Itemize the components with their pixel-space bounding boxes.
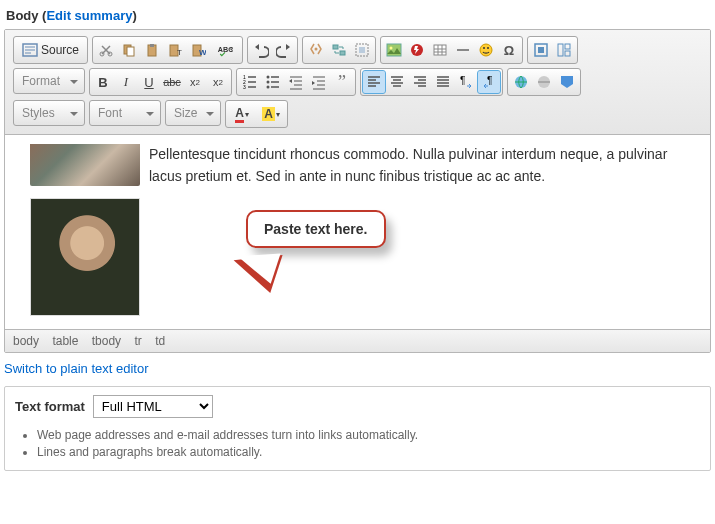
italic-icon[interactable]: I xyxy=(115,71,137,93)
toolbar: Source T W ABC xyxy=(5,30,710,135)
table-icon[interactable] xyxy=(429,39,451,61)
edit-summary-link[interactable]: Edit summary xyxy=(46,8,132,23)
path-table[interactable]: table xyxy=(52,334,78,348)
smiley-icon[interactable] xyxy=(475,39,497,61)
align-right-icon[interactable] xyxy=(409,71,431,93)
body-label: Body (Edit summary) xyxy=(6,8,711,23)
text-format-label: Text format xyxy=(15,399,85,414)
svg-point-23 xyxy=(483,47,485,49)
hr-icon[interactable] xyxy=(452,39,474,61)
rtl-icon[interactable]: ¶ xyxy=(478,71,500,93)
svg-point-18 xyxy=(390,47,393,50)
svg-point-35 xyxy=(267,86,270,89)
align-justify-icon[interactable] xyxy=(432,71,454,93)
indent-icon[interactable] xyxy=(308,71,330,93)
switch-plaintext-link[interactable]: Switch to plain text editor xyxy=(4,361,149,376)
bulleted-list-icon[interactable] xyxy=(262,71,284,93)
svg-rect-29 xyxy=(565,51,570,56)
svg-point-33 xyxy=(267,76,270,79)
copy-icon[interactable] xyxy=(118,39,140,61)
blockquote-icon[interactable]: ” xyxy=(331,71,353,93)
subscript-icon[interactable]: x2 xyxy=(184,71,206,93)
svg-rect-40 xyxy=(561,76,573,84)
svg-rect-14 xyxy=(340,51,345,55)
ckeditor: Source T W ABC xyxy=(4,29,711,353)
anchor-icon[interactable] xyxy=(556,71,578,93)
svg-text:W: W xyxy=(199,48,206,57)
editor-content[interactable]: Pellentesque tincidunt rhoncus commodo. … xyxy=(5,135,710,329)
paste-word-icon[interactable]: W xyxy=(187,39,209,61)
cut-icon[interactable] xyxy=(95,39,117,61)
svg-rect-28 xyxy=(565,44,570,49)
underline-icon[interactable]: U xyxy=(138,71,160,93)
photo-2 xyxy=(30,198,140,316)
svg-point-34 xyxy=(267,81,270,84)
textcolor-icon[interactable]: A▾ xyxy=(228,103,256,125)
svg-rect-17 xyxy=(387,44,401,56)
selectall-icon[interactable] xyxy=(351,39,373,61)
svg-rect-20 xyxy=(434,45,446,55)
path-tr[interactable]: tr xyxy=(134,334,141,348)
source-button-label: Source xyxy=(41,43,79,57)
align-center-icon[interactable] xyxy=(386,71,408,93)
path-td[interactable]: td xyxy=(155,334,165,348)
numbered-list-icon[interactable]: 123 xyxy=(239,71,261,93)
bgcolor-icon[interactable]: A▾ xyxy=(257,103,285,125)
format-combo[interactable]: Format xyxy=(13,68,85,94)
find-icon[interactable] xyxy=(305,39,327,61)
text-format-select[interactable]: Full HTML xyxy=(93,395,213,418)
redo-icon[interactable] xyxy=(273,39,295,61)
svg-rect-16 xyxy=(359,47,365,53)
body-text[interactable]: Pellentesque tincidunt rhoncus commodo. … xyxy=(145,141,690,190)
callout-bubble: Paste text here. xyxy=(246,210,386,248)
source-button[interactable]: Source xyxy=(16,39,85,61)
replace-icon[interactable] xyxy=(328,39,350,61)
format-tips: Web page addresses and e-mail addresses … xyxy=(37,428,700,459)
svg-rect-27 xyxy=(558,44,563,56)
svg-text:3: 3 xyxy=(243,84,246,90)
spellcheck-icon[interactable]: ABC xyxy=(210,39,240,61)
svg-rect-6 xyxy=(150,44,154,47)
undo-icon[interactable] xyxy=(250,39,272,61)
svg-text:¶: ¶ xyxy=(487,75,492,86)
callout-text: Paste text here. xyxy=(264,221,368,237)
ltr-icon[interactable]: ¶ xyxy=(455,71,477,93)
path-body[interactable]: body xyxy=(13,334,39,348)
text-format-section: Text format Full HTML Web page addresses… xyxy=(4,386,711,471)
svg-rect-13 xyxy=(333,45,338,49)
styles-combo[interactable]: Styles xyxy=(13,100,85,126)
link-icon[interactable] xyxy=(510,71,532,93)
outdent-icon[interactable] xyxy=(285,71,307,93)
align-left-icon[interactable] xyxy=(363,71,385,93)
svg-rect-4 xyxy=(127,47,134,56)
font-combo[interactable]: Font xyxy=(89,100,161,126)
showblocks-icon[interactable] xyxy=(553,39,575,61)
maximize-icon[interactable] xyxy=(530,39,552,61)
svg-text:¶: ¶ xyxy=(460,75,465,86)
body-label-text: Body xyxy=(6,8,39,23)
paste-text-icon[interactable]: T xyxy=(164,39,186,61)
strike-icon[interactable]: abc xyxy=(161,71,183,93)
flash-icon[interactable] xyxy=(406,39,428,61)
svg-text:T: T xyxy=(177,48,182,57)
paste-icon[interactable] xyxy=(141,39,163,61)
svg-point-22 xyxy=(480,44,492,56)
svg-rect-21 xyxy=(457,49,469,51)
elements-path: body table tbody tr td xyxy=(5,329,710,352)
svg-rect-26 xyxy=(538,47,544,53)
superscript-icon[interactable]: x2 xyxy=(207,71,229,93)
specialchar-icon[interactable]: Ω xyxy=(498,39,520,61)
image-icon[interactable] xyxy=(383,39,405,61)
svg-point-24 xyxy=(487,47,489,49)
tip-item: Web page addresses and e-mail addresses … xyxy=(37,428,700,442)
photo-1 xyxy=(30,144,140,186)
tip-item: Lines and paragraphs break automatically… xyxy=(37,445,700,459)
svg-point-12 xyxy=(315,48,318,51)
path-tbody[interactable]: tbody xyxy=(92,334,121,348)
unlink-icon[interactable] xyxy=(533,71,555,93)
bold-icon[interactable]: B xyxy=(92,71,114,93)
size-combo[interactable]: Size xyxy=(165,100,221,126)
